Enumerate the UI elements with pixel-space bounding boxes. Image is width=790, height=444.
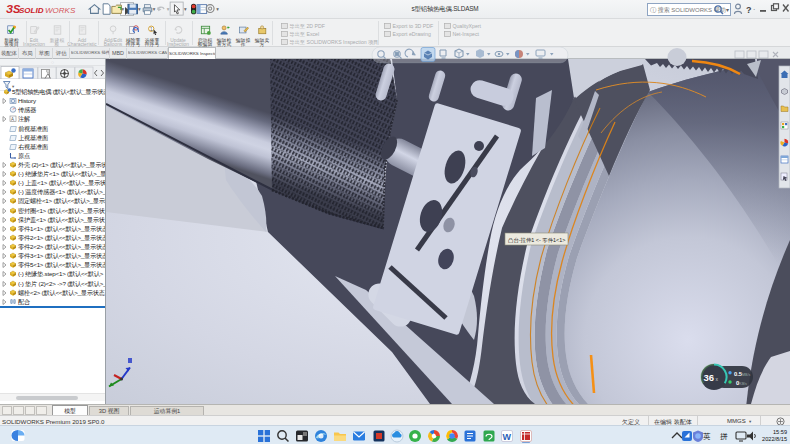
svg-text:凸台-拉伸1 <- 零件1<1>: 凸台-拉伸1 <- 零件1<1> bbox=[508, 237, 565, 243]
svg-text:▾: ▾ bbox=[121, 6, 124, 12]
svg-text:▾: ▾ bbox=[167, 6, 170, 12]
svg-text:▾: ▾ bbox=[184, 6, 187, 12]
svg-text:▾: ▾ bbox=[153, 6, 156, 12]
svg-text:W: W bbox=[503, 432, 512, 442]
svg-text:36: 36 bbox=[704, 372, 715, 383]
svg-text:▾: ▾ bbox=[216, 6, 219, 12]
svg-text:▾: ▾ bbox=[726, 7, 729, 13]
svg-text:▾: ▾ bbox=[138, 6, 141, 12]
svg-text:1: 1 bbox=[149, 26, 152, 31]
svg-text:?: ? bbox=[746, 5, 752, 15]
svg-text:A: A bbox=[11, 117, 14, 122]
svg-text:·: · bbox=[753, 6, 755, 13]
